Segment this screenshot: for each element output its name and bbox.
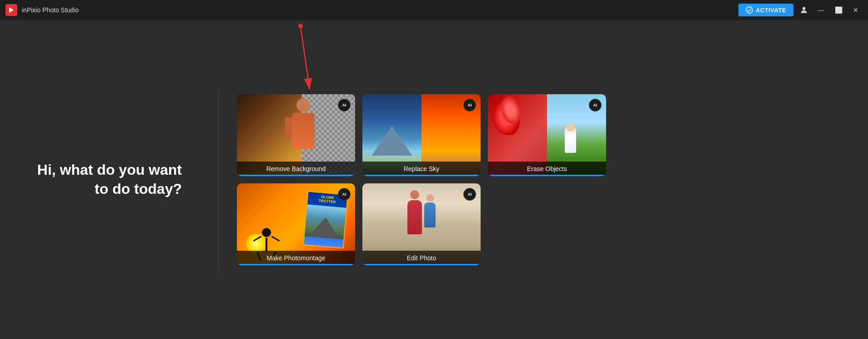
app-logo bbox=[5, 4, 17, 16]
photomontage-ai-badge: AI bbox=[338, 188, 351, 201]
user-icon[interactable] bbox=[797, 3, 811, 17]
erase-objects-label: Erase Objects bbox=[488, 162, 606, 176]
red-arrow bbox=[264, 21, 337, 103]
edit-photo-label: Edit Photo bbox=[362, 251, 481, 265]
close-button[interactable]: ✕ bbox=[849, 3, 863, 17]
edit-photo-bar bbox=[362, 264, 481, 265]
edit-photo-ai-badge: AI bbox=[463, 188, 476, 201]
logo-icon bbox=[8, 6, 15, 14]
svg-point-4 bbox=[298, 24, 303, 28]
maximize-button[interactable]: ⬜ bbox=[832, 3, 845, 17]
app-title: inPixio Photo Studio bbox=[22, 6, 79, 14]
title-bar: inPixio Photo Studio ACTIVATE — ⬜ ✕ bbox=[0, 0, 868, 20]
title-bar-left: inPixio Photo Studio bbox=[5, 4, 79, 16]
cards-row-1: Remove Background AI Replace Sky AI bbox=[237, 94, 841, 176]
svg-marker-0 bbox=[9, 7, 14, 13]
title-bar-right: ACTIVATE — ⬜ ✕ bbox=[738, 3, 863, 17]
greeting-text: Hi, what do you want to do today? bbox=[27, 161, 182, 198]
main-content: Hi, what do you want to do today? bbox=[0, 20, 868, 339]
cards-container: Remove Background AI Replace Sky AI bbox=[237, 94, 841, 265]
remove-background-label: Remove Background bbox=[237, 162, 355, 176]
svg-point-1 bbox=[746, 7, 753, 13]
edit-photo-card[interactable]: Edit Photo AI bbox=[362, 183, 481, 265]
erase-objects-ai-badge: AI bbox=[589, 99, 602, 111]
erase-objects-bar bbox=[488, 175, 606, 176]
minimize-button[interactable]: — bbox=[814, 3, 828, 17]
activate-button[interactable]: ACTIVATE bbox=[738, 4, 793, 16]
remove-background-card[interactable]: Remove Background AI bbox=[237, 94, 355, 176]
photomontage-bar bbox=[237, 264, 355, 265]
replace-sky-ai-badge: AI bbox=[463, 99, 476, 111]
svg-point-2 bbox=[803, 7, 806, 10]
activate-check-icon bbox=[746, 6, 753, 14]
replace-sky-label: Replace Sky bbox=[362, 162, 481, 176]
make-photomontage-label: Make Photomontage bbox=[237, 251, 355, 265]
section-divider bbox=[218, 89, 219, 271]
make-photomontage-card[interactable]: GLOBETROTTER Make Photomontage AI bbox=[237, 183, 355, 265]
replace-sky-bar bbox=[362, 175, 481, 176]
greeting-section: Hi, what do you want to do today? bbox=[27, 161, 200, 198]
replace-sky-card[interactable]: Replace Sky AI bbox=[362, 94, 481, 176]
remove-background-bar bbox=[237, 175, 355, 176]
remove-background-ai-badge: AI bbox=[338, 99, 351, 111]
cards-row-2: GLOBETROTTER Make Photomontage AI bbox=[237, 183, 841, 265]
erase-objects-card[interactable]: Erase Objects AI bbox=[488, 94, 606, 176]
